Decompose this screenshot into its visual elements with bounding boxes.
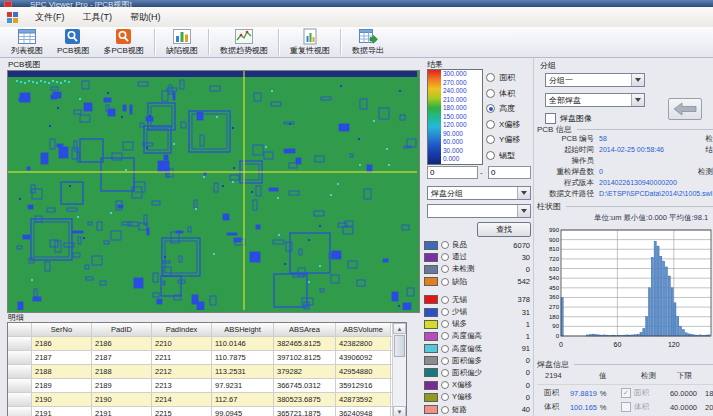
row-header-cell (8, 393, 32, 406)
table-cell: 2213 (152, 379, 212, 392)
table-row[interactable]: 218721872211110.7875397102.812543906092 (8, 351, 406, 365)
menu-tools[interactable]: 工具(T) (74, 9, 122, 26)
toolbar-separator (154, 29, 156, 55)
column-header-absheight[interactable]: ABSHeight (212, 323, 274, 336)
legend-count: 378 (517, 295, 532, 304)
pcb-view-title: PCB视图 (8, 59, 40, 70)
range-from-input[interactable] (427, 166, 478, 179)
legend-radio-icon[interactable] (441, 381, 449, 389)
radio-label: 面积 (499, 72, 515, 83)
pad-group-dropdown[interactable]: 焊盘分组 (427, 186, 531, 200)
legend-radio-icon[interactable] (441, 393, 449, 401)
scroll-up-icon[interactable]: ▲ (393, 323, 406, 334)
legend-count: 1 (526, 332, 532, 341)
legend-row-3[interactable]: 缺陷542 (424, 276, 532, 288)
legend-label: X偏移 (452, 380, 526, 390)
table-row[interactable]: 219021902214112.67380523.687542873592 (8, 393, 406, 407)
column-header-absvolume[interactable]: ABSVolume (336, 323, 391, 336)
svg-text:180: 180 (549, 314, 560, 320)
table-cell: 2215 (152, 407, 212, 416)
toolbar-button-defect-view[interactable]: 缺陷视图 (159, 27, 205, 57)
legend-label: 少锡 (452, 307, 522, 317)
legend-row-11[interactable]: X偏移0 (424, 379, 532, 391)
svg-text:630: 630 (549, 266, 560, 272)
table-row[interactable]: 218821882212113.253137928242954880 (8, 365, 406, 379)
legend-radio-icon[interactable] (441, 241, 449, 249)
toolbar-button-label: 数据导出 (352, 45, 384, 56)
title-bar[interactable]: SPC Viewer Pro - [PCB视图] (0, 0, 713, 7)
legend-row-5[interactable]: 少锡31 (424, 306, 532, 318)
toolbar-button-export[interactable]: 数据导出 (345, 27, 391, 57)
find-button[interactable]: 查找 (477, 222, 531, 237)
table-row[interactable]: 218621862210110.0146382465.812542382800 (8, 337, 406, 351)
color-scale-value: 0.000 (441, 155, 482, 164)
legend-row-6[interactable]: 锡多1 (424, 318, 532, 330)
toolbar-button-repeat-view[interactable]: 重复性视图 (283, 27, 337, 57)
color-scale-value: 30.000 (441, 147, 482, 156)
legend-label: 短路 (452, 405, 522, 415)
legend-row-12[interactable]: Y偏移0 (424, 391, 532, 403)
pcb-info-row: 数据文件路径D:\ETSPI\SPCData\2014\2\1005.swl (537, 188, 713, 199)
table-row[interactable]: 21892189221397.9231366745.031235912916 (8, 379, 406, 393)
radio-area[interactable]: 面积 (486, 70, 532, 86)
legend-radio-icon[interactable] (441, 253, 449, 261)
toolbar-button-label: 多PCB视图 (103, 45, 143, 56)
pcb-info-rows: PCB 编号58检起始时间2014-02-25 00:58:46结操作员重检焊盘… (537, 133, 713, 199)
legend-radio-icon[interactable] (441, 369, 449, 377)
legend-radio-icon[interactable] (441, 320, 449, 328)
column-header-absarea[interactable]: ABSArea (274, 323, 336, 336)
legend-radio-icon[interactable] (441, 308, 449, 316)
column-header-padid[interactable]: PadID (92, 323, 152, 336)
radio-y-offset[interactable]: Y偏移 (486, 132, 532, 148)
pcb-info-label: 重检焊盘数 (537, 166, 594, 177)
scroll-down-icon[interactable]: ▼ (393, 406, 406, 416)
legend-row-7[interactable]: 高度偏高1 (424, 330, 532, 342)
legend-row-8[interactable]: 高度偏低91 (424, 343, 532, 355)
radio-x-offset[interactable]: X偏移 (486, 117, 532, 133)
legend-row-0[interactable]: 良品6070 (424, 239, 532, 251)
radio-volume[interactable]: 体积 (486, 86, 532, 102)
legend-radio-icon[interactable] (441, 345, 449, 353)
toolbar-button-multi-pcb[interactable]: 多PCB视图 (96, 27, 150, 57)
toolbar-button-pcb-view[interactable]: PCB视图 (50, 27, 96, 57)
defect-chart-icon (172, 28, 192, 45)
legend-radio-icon[interactable] (441, 406, 449, 414)
chevron-down-icon (631, 94, 644, 106)
legend-row-4[interactable]: 无锡378 (424, 294, 532, 306)
back-button[interactable] (668, 98, 702, 120)
radio-height[interactable]: 高度 (486, 101, 532, 117)
toolbar-button-list-view[interactable]: 列表视图 (4, 27, 50, 57)
menu-help[interactable]: 帮助(H) (121, 9, 170, 26)
legend-radio-icon[interactable] (441, 296, 449, 304)
pad-filter-dropdown[interactable]: 全部焊盘 (545, 93, 645, 107)
window-title: SPC Viewer Pro - [PCB视图] (30, 0, 132, 7)
radio-label: 体积 (499, 88, 515, 99)
table-scrollbar[interactable]: ▲▼ (392, 323, 406, 416)
range-to-input[interactable] (488, 166, 531, 179)
column-header-serno[interactable]: SerNo (32, 323, 92, 336)
legend-radio-icon[interactable] (441, 265, 449, 273)
legend-row-9[interactable]: 面积偏多0 (424, 355, 532, 367)
legend-row-1[interactable]: 通过30 (424, 251, 532, 263)
panel-divider (533, 58, 534, 416)
group-select-dropdown[interactable]: 分组一 (545, 73, 645, 87)
color-scale-value: 120.000 (441, 121, 482, 130)
column-header-padindex[interactable]: PadIndex (152, 323, 212, 336)
legend-radio-icon[interactable] (441, 332, 449, 340)
legend-row-10[interactable]: 面积偏少0 (424, 367, 532, 379)
pcb-view-canvas[interactable] (7, 70, 420, 313)
grouping-title: 分组 (540, 60, 556, 71)
legend-row-13[interactable]: 短路40 (424, 403, 532, 415)
table-cell: 97.9231 (212, 379, 274, 392)
table-row[interactable]: 21912191221599.0945365721.187536240948 (8, 407, 406, 416)
legend-radio-icon[interactable] (441, 278, 449, 286)
toolbar-button-trend-view[interactable]: 数据趋势视图 (213, 27, 275, 57)
scrollbar-thumb[interactable] (394, 335, 405, 357)
pad-image-checkbox[interactable]: 焊盘图像 (545, 113, 592, 124)
menu-file[interactable]: 文件(F) (26, 9, 74, 26)
secondary-dropdown[interactable] (427, 204, 531, 218)
legend-row-2[interactable]: 未检测0 (424, 263, 532, 275)
radio-shape[interactable]: 锡型 (486, 148, 532, 164)
svg-text:90: 90 (552, 323, 559, 329)
legend-radio-icon[interactable] (441, 357, 449, 365)
